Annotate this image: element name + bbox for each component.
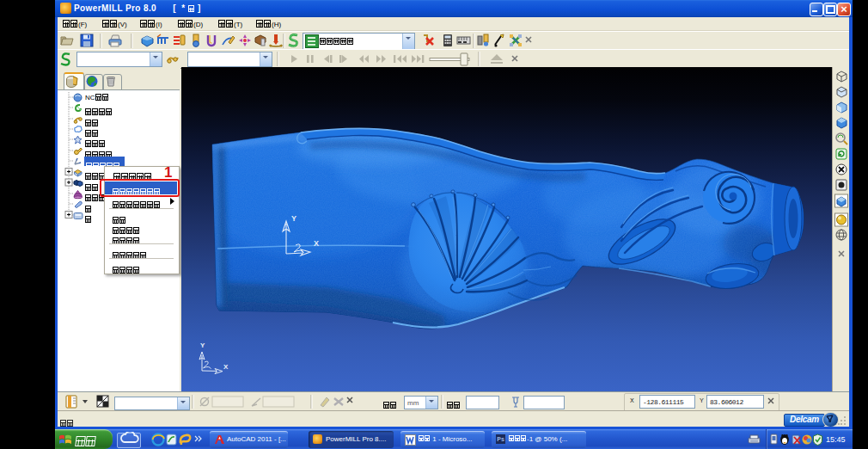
svg-text:Y: Y (291, 214, 296, 223)
svg-text:X: X (223, 363, 229, 371)
svg-text:X: X (314, 239, 319, 248)
svg-text:Y: Y (200, 341, 205, 349)
